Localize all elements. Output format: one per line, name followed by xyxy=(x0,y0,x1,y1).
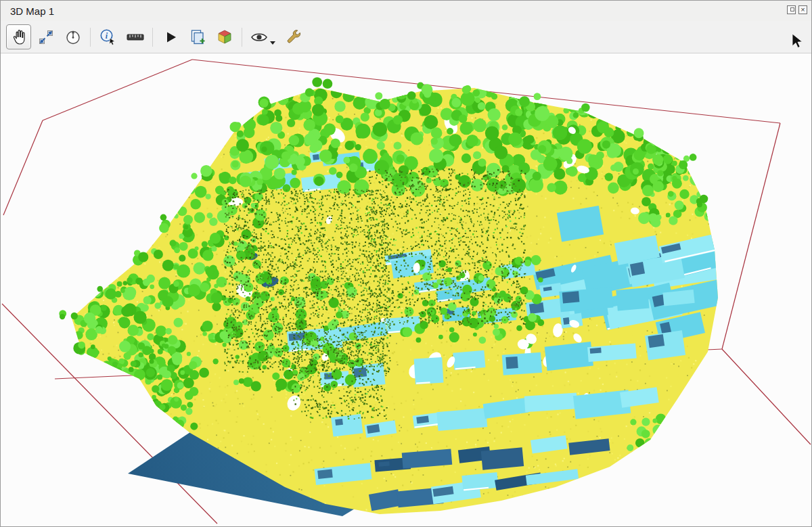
window-title: 3D Map 1 xyxy=(10,5,54,17)
chevron-down-icon xyxy=(270,41,275,45)
export-scene-button[interactable] xyxy=(212,24,237,49)
window-controls: × xyxy=(787,5,807,14)
scene-canvas[interactable] xyxy=(1,53,811,526)
camera-pan-button[interactable] xyxy=(6,24,31,49)
close-window-icon: × xyxy=(800,6,805,14)
toolbar: i xyxy=(1,21,811,53)
export-scene-cube-icon xyxy=(216,28,233,46)
camera-control-button[interactable] xyxy=(60,24,85,49)
options-button[interactable] xyxy=(281,24,306,49)
zoom-full-icon xyxy=(37,28,55,46)
pan-hand-icon xyxy=(10,28,28,46)
identify-icon: i xyxy=(99,28,117,46)
measure-line-icon xyxy=(126,28,145,46)
map-3d-viewport[interactable] xyxy=(1,53,811,526)
save-image-icon xyxy=(189,28,206,46)
measure-button[interactable] xyxy=(122,24,148,49)
toolbar-separator xyxy=(152,28,153,47)
view-theme-button[interactable] xyxy=(247,24,279,49)
save-image-button[interactable] xyxy=(185,24,210,49)
zoom-full-button[interactable] xyxy=(33,24,58,49)
view-theme-eye-icon xyxy=(250,30,268,45)
play-animation-icon xyxy=(162,29,179,45)
close-window-button[interactable]: × xyxy=(798,5,807,14)
mouse-pointer-icon xyxy=(791,33,805,49)
float-window-icon xyxy=(790,7,794,12)
settings-wrench-icon xyxy=(285,28,302,46)
float-window-button[interactable] xyxy=(787,5,796,14)
toolbar-separator xyxy=(242,28,242,47)
identify-button[interactable]: i xyxy=(95,24,120,49)
3d-map-window: 3D Map 1 × xyxy=(0,0,812,527)
animations-button[interactable] xyxy=(158,24,183,49)
titlebar: 3D Map 1 × xyxy=(1,1,811,21)
toolbar-separator xyxy=(90,28,91,47)
camera-control-icon xyxy=(64,28,82,46)
